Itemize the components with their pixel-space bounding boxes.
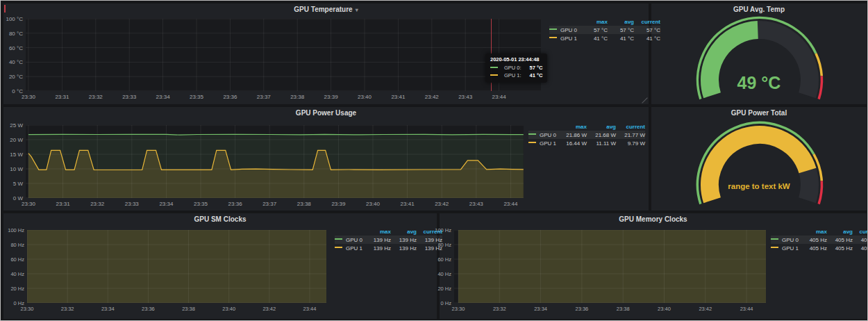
panel-title-gpu-power-usage[interactable]: GPU Power Usage	[3, 109, 649, 117]
y-axis-tick: 20 Hz	[10, 286, 24, 292]
legend-series-gpu-0[interactable]: GPU 0	[771, 236, 801, 244]
legend-value-max: 405 Hz	[801, 236, 827, 244]
y-axis-tick: 40 Hz	[437, 271, 451, 277]
tooltip-timestamp: 2020-05-01 23:44:48	[490, 56, 542, 63]
x-axis-tick: 23:39	[324, 201, 352, 207]
legend-value-current: 139 Hz	[417, 244, 442, 252]
panel-title-gpu-temperature[interactable]: GPU Temperature▾	[3, 6, 649, 13]
x-axis-tick: 23:34	[94, 306, 122, 312]
panel-title-text: GPU Avg. Temp	[733, 6, 785, 13]
legend-header-max: max	[365, 227, 391, 236]
panel-gpu-power-total: GPU Power Total range to text kW	[651, 107, 867, 211]
x-axis-tick: 23:36	[568, 306, 596, 312]
series-dash-icon	[528, 142, 536, 143]
legend-series-gpu-0[interactable]: GPU 0	[335, 236, 365, 244]
legend-series-gpu-1[interactable]: GPU 1	[549, 34, 581, 42]
x-axis-tick: 23:32	[82, 94, 110, 100]
legend-header-avg: avg	[827, 227, 853, 236]
sm-plot	[27, 230, 326, 303]
legend-value-max: 405 Hz	[801, 244, 827, 252]
legend-header-current: current	[417, 227, 442, 236]
x-axis-tick: 23:44	[485, 94, 513, 100]
series-dash-icon	[490, 74, 498, 76]
x-axis-tick: 23:33	[115, 94, 143, 100]
legend-row: GPU 1139 Hz139 Hz139 Hz	[335, 244, 442, 252]
x-axis-tick: 23:40	[651, 306, 678, 312]
x-axis-tick: 23:44	[733, 306, 760, 312]
panel-gpu-sm-clocks: GPU SM Clocks maxavgcurrentGPU 0139 Hz13…	[3, 213, 437, 319]
legend-value-avg: 57 °C	[608, 26, 634, 34]
tooltip-series-value: 57 °C	[524, 64, 543, 72]
legend-header-max: max	[801, 227, 827, 236]
series-dash-icon	[528, 133, 536, 135]
legend-series-gpu-0[interactable]: GPU 0	[528, 131, 558, 139]
x-axis-tick: 23:36	[134, 306, 162, 312]
x-axis-tick: 23:31	[49, 201, 77, 207]
y-axis-tick: 10 W	[10, 166, 23, 172]
y-axis-tick: 20 W	[10, 137, 23, 143]
tooltip-row: GPU 0:57 °C	[490, 64, 542, 72]
gauge_power-arc	[651, 107, 867, 211]
legend-value-avg: 139 Hz	[391, 244, 417, 252]
legend-row: GPU 141 °C41 °C41 °C	[549, 34, 660, 42]
legend-gpu-temperature: maxavgcurrentGPU 057 °C57 °C57 °CGPU 141…	[549, 17, 660, 42]
panel-resize-handle[interactable]	[642, 97, 647, 103]
x-axis-tick: 23:37	[256, 201, 283, 207]
panel-gpu-temperature: GPU Temperature▾ maxavgcurrentGPU 057 °C…	[3, 3, 649, 104]
temp-plot	[26, 19, 541, 91]
panel-title-text: GPU SM Clocks	[194, 215, 246, 223]
y-axis-tick: 60 Hz	[10, 256, 24, 263]
x-axis-tick: 23:40	[351, 94, 378, 100]
x-axis-tick: 23:41	[394, 201, 422, 207]
graph-tooltip: 2020-05-01 23:44:48 GPU 0:57 °C GPU 1:41…	[485, 54, 547, 83]
x-axis-tick: 23:35	[187, 201, 215, 207]
legend-header-avg: avg	[391, 227, 417, 236]
panel-title-gpu-memory-clocks[interactable]: GPU Memory Clocks	[440, 215, 867, 223]
legend-value-current: 405 Hz	[853, 244, 868, 252]
x-axis-tick: 23:38	[290, 201, 318, 207]
legend-header-current: current	[853, 227, 868, 236]
legend-value-current: 21.77 W	[616, 131, 645, 139]
series-dash-icon	[490, 67, 498, 68]
x-axis-tick: 23:44	[296, 306, 324, 312]
panel-gpu-power-usage: GPU Power Usage maxavgcurrentGPU 021.86 …	[3, 107, 649, 211]
panel-gpu-avg-temp: GPU Avg. Temp 49 °C	[651, 3, 867, 104]
y-axis-tick: 80 Hz	[10, 242, 24, 248]
chevron-down-icon: ▾	[356, 7, 358, 13]
x-axis-tick: 23:38	[609, 306, 637, 312]
x-axis-tick: 23:40	[215, 306, 243, 312]
panel-error-indicator	[4, 5, 6, 13]
legend-header-current: current	[634, 17, 660, 26]
panel-title-gpu-power-total[interactable]: GPU Power Total	[651, 109, 867, 117]
series-dash-icon	[335, 247, 342, 248]
legend-value-max: 21.86 W	[558, 131, 587, 139]
legend-value-avg: 405 Hz	[827, 236, 853, 244]
legend-series-gpu-0[interactable]: GPU 0	[549, 26, 581, 34]
panel-title-gpu-avg-temp[interactable]: GPU Avg. Temp	[651, 6, 867, 13]
legend-value-avg: 41 °C	[608, 34, 634, 42]
legend-header-current: current	[616, 122, 645, 131]
mem-plot	[454, 230, 766, 303]
grafana-dashboard: GPU Temperature▾ maxavgcurrentGPU 057 °C…	[0, 0, 868, 321]
legend-series-gpu-1[interactable]: GPU 1	[771, 244, 801, 252]
panel-title-gpu-sm-clocks[interactable]: GPU SM Clocks	[3, 215, 437, 223]
x-axis-tick: 23:38	[283, 94, 311, 100]
legend-series-gpu-1[interactable]: GPU 1	[528, 139, 558, 147]
legend-series-gpu-1[interactable]: GPU 1	[335, 244, 365, 252]
legend-row: GPU 116.44 W11.11 W9.79 W	[528, 139, 645, 147]
legend-gpu-sm-clocks: maxavgcurrentGPU 0139 Hz139 Hz139 HzGPU …	[335, 227, 442, 252]
x-axis-tick: 23:42	[428, 201, 456, 207]
series-dash-icon	[335, 238, 342, 240]
x-axis-tick: 23:32	[485, 306, 513, 312]
legend-value-avg: 405 Hz	[827, 244, 853, 252]
legend-value-max: 16.44 W	[558, 139, 587, 147]
series-dash-icon	[549, 28, 557, 30]
y-axis-tick: 5 W	[13, 181, 23, 187]
x-axis-tick: 23:35	[183, 94, 210, 100]
y-axis-tick: 40 Hz	[10, 271, 24, 277]
x-axis-tick: 23:30	[444, 306, 472, 312]
legend-header-max: max	[581, 17, 608, 26]
panel-title-text: GPU Power Usage	[296, 109, 356, 117]
legend-row: GPU 0405 Hz405 Hz405 Hz	[771, 236, 868, 244]
legend-gpu-power-usage: maxavgcurrentGPU 021.86 W21.68 W21.77 WG…	[528, 122, 645, 147]
